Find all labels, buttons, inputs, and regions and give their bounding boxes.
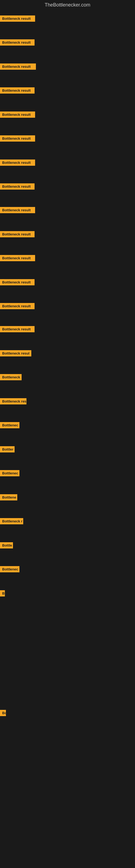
bottleneck-result-item[interactable]: Bottlenec [0,566,19,572]
bottleneck-result-item[interactable]: Bottleneck resul [0,350,31,356]
bottleneck-result-item[interactable]: Bottleneck result [0,231,35,237]
bottleneck-result-item[interactable]: Bottleneck result [0,39,35,45]
bottleneck-result-item[interactable]: Bottleneck [0,374,21,380]
bottleneck-result-item[interactable]: Bottleneck result [0,255,35,261]
bottleneck-result-item[interactable]: Bottleneck result [0,326,35,332]
bottleneck-result-item[interactable]: Bo [0,710,6,716]
bottleneck-result-item[interactable]: Bottler [0,446,14,453]
bottleneck-result-item[interactable]: Bottleneck result [0,207,35,213]
bottleneck-result-item[interactable]: Bottleneck result [0,183,35,190]
bottleneck-result-item[interactable]: Bottleneck result [0,303,35,309]
bottleneck-result-item[interactable]: Bottlenec [0,470,19,476]
bottleneck-result-item[interactable]: Bottleneck r [0,518,23,524]
bottleneck-result-item[interactable]: B [0,590,5,596]
bottleneck-result-item[interactable]: Bottlenec [0,422,19,428]
bottleneck-result-item[interactable]: Bottleneck result [0,279,35,285]
bottleneck-result-item[interactable]: Bottleneck result [0,16,35,22]
bottleneck-result-item[interactable]: Bottlene [0,494,17,500]
site-title: TheBottlenecker.com [0,0,135,10]
bottleneck-result-item[interactable]: Bottleneck result [0,135,35,142]
bottleneck-result-item[interactable]: Bottleneck res [0,398,27,404]
bottleneck-result-item[interactable]: Bottleneck result [0,87,35,94]
bottleneck-result-item[interactable]: Bottle [0,542,13,549]
bottleneck-result-item[interactable]: Bottleneck result [0,159,35,166]
bottleneck-result-item[interactable]: Bottleneck result [0,63,36,70]
bottleneck-result-item[interactable]: Bottleneck result [0,112,35,118]
